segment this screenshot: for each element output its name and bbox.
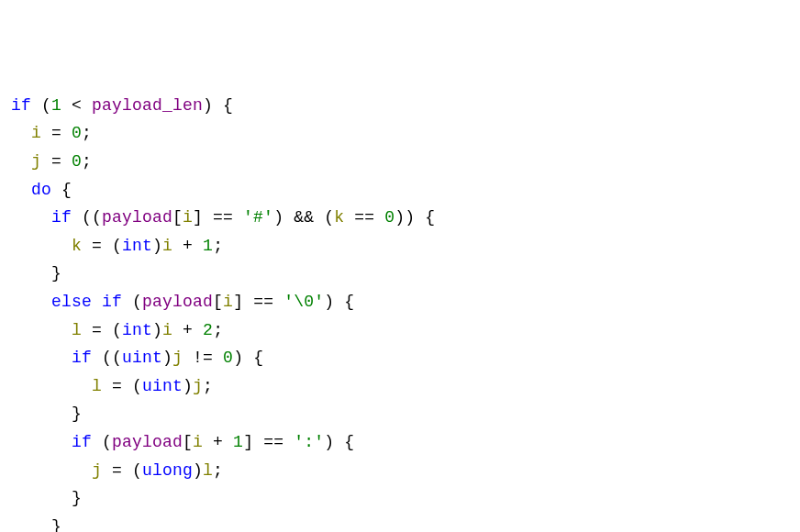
code-line: do { [11,176,789,205]
code-line: } [11,260,789,288]
token-var: l [72,321,82,339]
token-punct: ] == [243,433,294,451]
token-punct: ; [82,152,92,171]
token-var: i [223,293,233,311]
token-punct: )) { [394,208,435,227]
token-punct: ( [92,433,112,451]
token-var: i [183,208,193,227]
token-var: k [72,237,82,255]
token-var: j [172,349,183,367]
token-ident: payload [142,293,213,311]
token-var: l [92,377,102,395]
token-num: 1 [233,433,243,451]
token-kw: if [72,433,92,451]
token-punct [92,293,102,311]
token-punct: = [41,124,72,142]
token-punct: = [41,152,72,171]
code-line: l = (int)i + 2; [11,316,789,345]
token-var: i [162,321,172,339]
token-punct: + [172,321,203,339]
code-block: if (1 < payload_len) { i = 0; j = 0; do … [11,92,789,532]
token-type: ulong [142,461,193,480]
token-punct: } [11,264,61,283]
token-punct [11,321,72,339]
token-punct: != [183,349,223,367]
token-punct: = ( [102,377,142,395]
token-punct: ) [152,321,162,339]
token-punct: < [61,96,92,115]
token-var: i [31,124,41,142]
token-punct: [ [172,208,183,227]
code-line: if (1 < payload_len) { [11,92,789,120]
token-var: j [92,461,102,480]
token-punct [11,377,92,395]
token-char: ':' [294,433,324,451]
token-var: l [203,461,213,480]
token-num: 0 [223,349,233,367]
token-punct: ) [193,461,203,480]
token-ident: payload_len [92,96,203,115]
code-line: l = (uint)j; [11,372,789,401]
token-kw: if [102,293,122,311]
token-kw: if [51,208,72,227]
token-kw: if [11,96,31,115]
token-punct [11,293,51,311]
token-punct: ] == [233,293,283,311]
code-line: } [11,484,789,513]
token-punct [11,433,72,451]
token-type: int [122,237,152,255]
code-line: k = (int)i + 1; [11,232,789,260]
token-punct: == [344,208,384,227]
token-punct: + [203,433,233,451]
token-punct: { [51,181,72,199]
token-punct: ; [213,461,223,480]
token-var: j [31,152,41,171]
token-num: 1 [203,237,213,255]
token-char: '#' [243,208,273,227]
token-ident: payload [102,208,172,227]
token-punct: = ( [82,321,122,339]
code-line: else if (payload[i] == '\0') { [11,288,789,316]
token-type: uint [142,377,183,395]
token-punct: ) { [233,349,263,367]
token-var: i [162,237,172,255]
token-num: 0 [72,152,82,171]
code-line: } [11,400,789,428]
code-line: i = 0; [11,119,789,148]
token-punct: } [11,405,82,423]
token-char: '\0' [283,293,324,311]
token-num: 2 [203,321,213,339]
token-punct: ; [213,237,223,255]
token-punct: (( [72,208,102,227]
token-punct: [ [213,293,223,311]
token-num: 0 [384,208,394,227]
token-punct: ; [82,124,92,142]
token-kw: else [51,293,92,311]
token-punct [11,152,31,171]
token-punct: ) { [324,433,354,451]
token-punct: = ( [82,237,122,255]
token-punct: ) && ( [273,208,334,227]
token-punct: ( [122,293,142,311]
token-punct: ; [213,321,223,339]
token-punct: } [11,489,82,507]
token-punct [11,181,31,199]
token-kw: if [72,349,92,367]
token-kw: do [31,181,51,199]
token-punct [11,124,31,142]
token-type: int [122,321,152,339]
token-punct [11,349,72,367]
code-line: if (payload[i + 1] == ':') { [11,428,789,457]
token-var: i [193,433,203,451]
token-var: j [193,377,203,395]
token-punct: ) [152,237,162,255]
token-punct: ] == [193,208,243,227]
token-punct: ) { [203,96,233,115]
token-punct: ) { [324,293,354,311]
code-line: } [11,513,789,532]
token-punct: ) [162,349,172,367]
token-var: k [334,208,344,227]
token-punct: ( [31,96,51,115]
token-punct: [ [183,433,193,451]
code-line: j = (ulong)l; [11,457,789,485]
